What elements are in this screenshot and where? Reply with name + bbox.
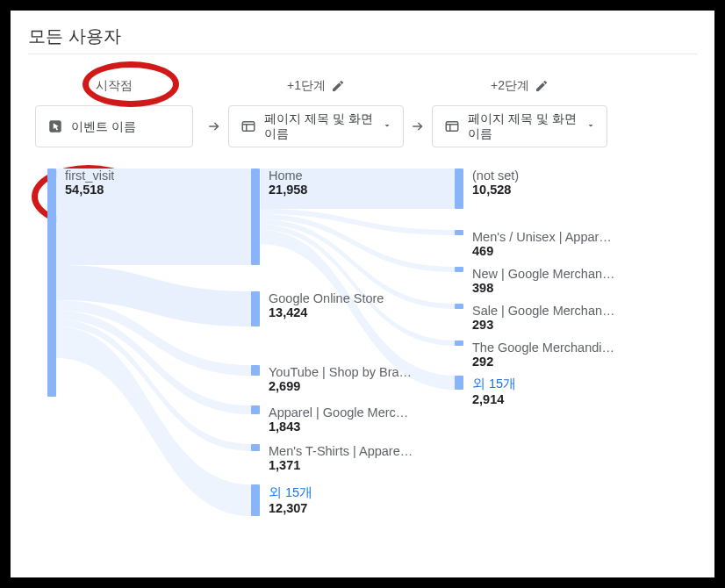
node-value: 398 bbox=[472, 281, 615, 295]
cursor-icon bbox=[47, 118, 64, 135]
sankey-node[interactable]: YouTube | Shop by Bra…2,699 bbox=[251, 365, 412, 393]
dimension-button-0[interactable]: 이벤트 이름 bbox=[35, 105, 193, 147]
node-text: The Google Merchandi…292 bbox=[472, 341, 614, 369]
node-text: Sale | Google Merchan…293 bbox=[472, 304, 615, 332]
pencil-icon[interactable] bbox=[535, 79, 549, 93]
exploration-panel: 모든 사용자 시작점 이벤트 이름 +1단계 bbox=[11, 11, 714, 577]
node-text: Google Online Store13,424 bbox=[269, 291, 384, 326]
node-more-link[interactable]: 외 15개 bbox=[269, 484, 312, 501]
node-bar bbox=[251, 484, 260, 516]
dimension-label-2: 페이지 제목 및 화면 이름 bbox=[468, 111, 578, 141]
node-text: (not set)10,528 bbox=[472, 169, 519, 209]
node-text: 외 15개12,307 bbox=[269, 484, 312, 516]
node-bar bbox=[251, 169, 260, 265]
caret-down-icon bbox=[585, 120, 596, 133]
step-label-0: 시작점 bbox=[96, 78, 133, 94]
node-bar bbox=[455, 267, 463, 272]
node-text: YouTube | Shop by Bra…2,699 bbox=[269, 365, 412, 393]
node-text: 외 15개2,914 bbox=[472, 376, 516, 406]
step-col-2: +2단계 페이지 제목 및 화면 이름 bbox=[432, 75, 607, 147]
sankey-node[interactable]: 외 15개2,914 bbox=[455, 376, 516, 406]
node-value: 1,843 bbox=[269, 419, 408, 434]
sankey-node[interactable]: Home21,958 bbox=[251, 169, 307, 265]
sankey-node[interactable]: Men's T-Shirts | Appare…1,371 bbox=[251, 444, 413, 472]
node-label: Home bbox=[269, 169, 307, 183]
dimension-button-1[interactable]: 페이지 제목 및 화면 이름 bbox=[228, 105, 404, 147]
node-value: 292 bbox=[472, 355, 614, 369]
node-label: YouTube | Shop by Bra… bbox=[269, 365, 412, 379]
node-bar bbox=[455, 376, 463, 390]
arrow-0 bbox=[200, 105, 228, 147]
node-bar bbox=[251, 444, 260, 451]
node-bar bbox=[455, 341, 463, 346]
node-value: 12,307 bbox=[269, 501, 312, 515]
node-value: 293 bbox=[472, 318, 615, 332]
node-value: 10,528 bbox=[472, 183, 519, 197]
node-text: Men's T-Shirts | Appare…1,371 bbox=[269, 444, 413, 472]
sankey-node[interactable]: New | Google Merchan…398 bbox=[455, 267, 615, 295]
node-bar bbox=[455, 230, 463, 235]
step-col-1: +1단계 페이지 제목 및 화면 이름 bbox=[228, 75, 404, 147]
sankey-node[interactable]: Apparel | Google Merc…1,843 bbox=[251, 405, 408, 434]
sankey-node[interactable]: 외 15개12,307 bbox=[251, 484, 312, 516]
page-icon bbox=[443, 118, 461, 135]
page-icon bbox=[240, 118, 257, 135]
arrow-1 bbox=[404, 105, 432, 147]
node-text: New | Google Merchan…398 bbox=[472, 267, 615, 295]
node-bar bbox=[251, 405, 260, 414]
node-value: 1,371 bbox=[269, 458, 413, 472]
node-value: 2,914 bbox=[472, 392, 516, 406]
svg-rect-4 bbox=[446, 122, 458, 132]
sankey-area: first_visit54,518 Home21,958Google Onlin… bbox=[28, 169, 697, 572]
step-label-2: +2단계 bbox=[491, 78, 529, 94]
step-col-0: 시작점 이벤트 이름 bbox=[28, 75, 200, 147]
steps-row: 시작점 이벤트 이름 +1단계 bbox=[28, 75, 697, 147]
pencil-icon[interactable] bbox=[331, 79, 345, 93]
node-text: first_visit54,518 bbox=[65, 169, 114, 397]
sankey-node[interactable]: The Google Merchandi…292 bbox=[455, 341, 614, 369]
dimension-label-1: 페이지 제목 및 화면 이름 bbox=[264, 111, 375, 141]
node-label: Apparel | Google Merc… bbox=[269, 405, 408, 419]
sankey-node[interactable]: Sale | Google Merchan…293 bbox=[455, 304, 615, 332]
dimension-label-0: 이벤트 이름 bbox=[71, 119, 182, 134]
node-label: (not set) bbox=[472, 169, 519, 183]
node-label: first_visit bbox=[65, 169, 114, 183]
caret-down-icon bbox=[382, 120, 392, 133]
sankey-node[interactable]: first_visit54,518 bbox=[47, 169, 114, 397]
node-text: Home21,958 bbox=[269, 169, 307, 265]
sankey-node[interactable]: (not set)10,528 bbox=[455, 169, 519, 209]
svg-rect-1 bbox=[242, 122, 255, 132]
node-value: 13,424 bbox=[269, 305, 384, 319]
sankey-node[interactable]: Google Online Store13,424 bbox=[251, 291, 384, 326]
node-value: 21,958 bbox=[269, 183, 307, 197]
node-more-link[interactable]: 외 15개 bbox=[472, 376, 516, 392]
node-label: Google Online Store bbox=[269, 291, 384, 305]
node-label: The Google Merchandi… bbox=[472, 341, 614, 355]
node-bar bbox=[455, 304, 463, 309]
node-bar bbox=[47, 169, 56, 397]
node-value: 54,518 bbox=[65, 183, 114, 197]
sankey-node[interactable]: Men's / Unisex | Appar…469 bbox=[455, 230, 612, 258]
node-text: Apparel | Google Merc…1,843 bbox=[269, 405, 408, 434]
segment-title: 모든 사용자 bbox=[28, 25, 697, 54]
node-value: 469 bbox=[472, 244, 612, 258]
node-bar bbox=[251, 365, 260, 376]
step-label-1: +1단계 bbox=[287, 78, 326, 94]
dimension-button-2[interactable]: 페이지 제목 및 화면 이름 bbox=[432, 105, 607, 147]
node-value: 2,699 bbox=[269, 379, 412, 393]
node-label: New | Google Merchan… bbox=[472, 267, 615, 281]
node-bar bbox=[455, 169, 463, 209]
node-text: Men's / Unisex | Appar…469 bbox=[472, 230, 612, 258]
node-bar bbox=[251, 291, 260, 326]
node-label: Men's T-Shirts | Appare… bbox=[269, 444, 413, 458]
node-label: Men's / Unisex | Appar… bbox=[472, 230, 612, 244]
node-label: Sale | Google Merchan… bbox=[472, 304, 615, 318]
